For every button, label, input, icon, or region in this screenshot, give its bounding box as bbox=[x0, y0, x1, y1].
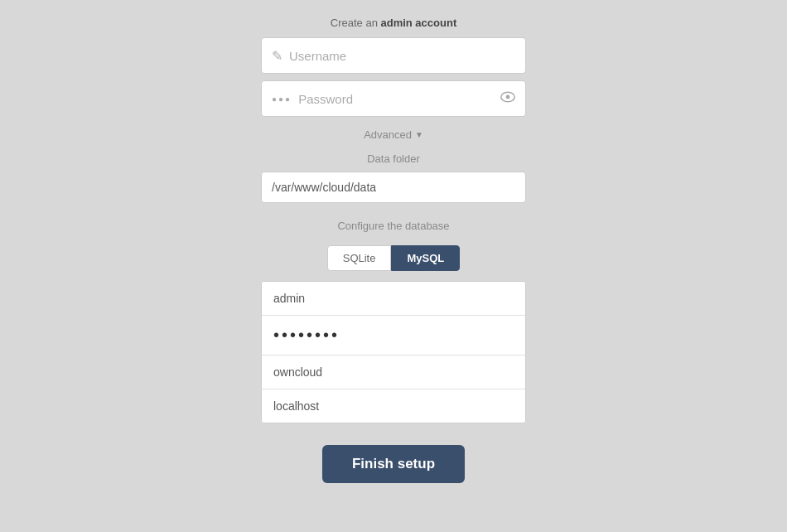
data-folder-label: Data folder bbox=[367, 152, 420, 165]
db-host-input[interactable] bbox=[262, 389, 525, 423]
dots-icon: ●●● bbox=[272, 94, 292, 104]
create-admin-label: Create an admin account bbox=[331, 17, 456, 29]
db-user-input[interactable] bbox=[262, 282, 525, 316]
advanced-arrow: ▼ bbox=[415, 130, 423, 139]
username-input[interactable] bbox=[289, 49, 515, 63]
sqlite-button[interactable]: SQLite bbox=[327, 245, 392, 271]
setup-form: Create an admin account ✎ ●●● Advanced ▼… bbox=[261, 17, 526, 483]
password-input-group: ●●● bbox=[261, 80, 526, 117]
advanced-label: Advanced bbox=[364, 128, 412, 141]
password-input[interactable] bbox=[298, 92, 500, 106]
user-icon: ✎ bbox=[272, 48, 282, 64]
finish-setup-button[interactable]: Finish setup bbox=[322, 445, 465, 483]
svg-point-1 bbox=[506, 95, 510, 99]
show-password-icon[interactable] bbox=[500, 91, 515, 106]
mysql-button[interactable]: MySQL bbox=[391, 245, 460, 271]
db-fields-container bbox=[261, 281, 526, 423]
data-folder-input[interactable] bbox=[261, 172, 526, 203]
db-password-input[interactable] bbox=[262, 316, 525, 355]
db-config-section: Configure the database SQLite MySQL bbox=[261, 220, 526, 271]
advanced-toggle[interactable]: Advanced ▼ bbox=[364, 128, 423, 141]
db-buttons: SQLite MySQL bbox=[327, 245, 461, 271]
db-name-input[interactable] bbox=[262, 355, 525, 389]
admin-bold: admin account bbox=[380, 17, 456, 29]
db-config-label: Configure the database bbox=[337, 220, 449, 232]
username-input-group: ✎ bbox=[261, 37, 526, 74]
